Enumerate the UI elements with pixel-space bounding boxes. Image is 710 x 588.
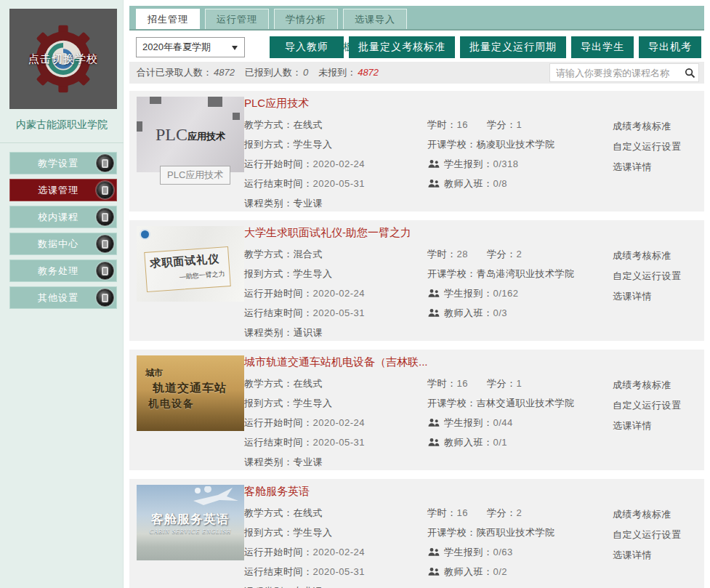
course-thumbnail[interactable]: PLC应用技术: [137, 97, 244, 172]
sidebar-item-label: 选课管理: [38, 184, 78, 197]
sidebar-item-other-settings[interactable]: 其他设置: [9, 286, 117, 309]
menu-button-icon: [96, 181, 114, 199]
search-icon[interactable]: [681, 68, 698, 78]
sidebar-item-teaching-settings[interactable]: 教学设置: [9, 152, 117, 174]
batch-assessment-standard-button[interactable]: 批量定义考核标准: [349, 36, 455, 58]
field-value: 0/2: [493, 566, 508, 577]
menu-button-icon: [96, 289, 114, 307]
course-thumbnail[interactable]: 城市 轨道交通车站 机电设备: [137, 355, 244, 431]
field-label: 报到方式：: [244, 139, 294, 150]
field-value: 陕西职业技术学院: [477, 527, 555, 538]
import-teachers-button[interactable]: 导入教师: [270, 36, 344, 58]
stat-value: 0: [303, 67, 308, 78]
field-label: 教学方式：: [244, 507, 294, 518]
field-label: 学生报到：: [444, 547, 493, 557]
field-value: 0/1: [493, 437, 508, 448]
field-value: 青岛港湾职业技术学院: [477, 268, 575, 279]
export-machine-exam-button[interactable]: 导出机考: [639, 36, 701, 58]
tab-enrollment-management[interactable]: 招生管理: [136, 9, 200, 29]
users-icon: [427, 308, 440, 320]
field-label: 运行开始时间：: [244, 417, 313, 428]
thumb-text: 轨道交通车站: [153, 381, 227, 396]
field-label: 报到方式：: [244, 398, 294, 408]
course-title[interactable]: 客舱服务英语: [244, 485, 310, 499]
field-value: 1: [516, 378, 522, 389]
field-label: 学时：: [427, 119, 457, 130]
custom-run-settings-link[interactable]: 自定义运行设置: [613, 270, 682, 283]
stat-label: 已报到人数：: [245, 67, 302, 78]
menu-button-icon: [96, 208, 114, 226]
field-value: 1: [516, 119, 522, 130]
chevron-down-icon: [232, 46, 238, 53]
custom-run-settings-link[interactable]: 自定义运行设置: [613, 140, 682, 153]
field-value: 混合式: [294, 249, 323, 259]
course-selection-details-link[interactable]: 选课详情: [613, 549, 652, 562]
course-selection-details-link[interactable]: 选课详情: [613, 290, 652, 303]
field-label: 课程类别：: [244, 327, 294, 338]
course-card: 城市 轨道交通车站 机电设备 城市轨道交通车站机电设备（吉林联... 教学方式：…: [129, 350, 704, 470]
course-selection-details-link[interactable]: 选课详情: [613, 419, 652, 432]
field-value: 专业课: [294, 456, 323, 467]
field-label: 教师入班：: [444, 566, 493, 577]
tab-course-import[interactable]: 选课导入: [343, 9, 407, 29]
sidebar: 点击切换学校 内蒙古能源职业学院 教学设置 选课管理 校内课程 数据中心 教务处…: [0, 0, 124, 588]
users-icon: [427, 418, 440, 430]
stats-bar: 合计已录取人数：4872 已报到人数：0 未报到：4872: [129, 62, 704, 84]
school-logo-switcher[interactable]: 点击切换学校: [9, 9, 117, 109]
field-value: 16: [457, 119, 468, 130]
users-icon: [427, 547, 440, 559]
field-value: 16: [457, 378, 468, 389]
grade-assessment-standard-link[interactable]: 成绩考核标准: [613, 120, 671, 133]
field-value: 0/162: [493, 288, 519, 299]
tab-learning-analysis[interactable]: 学情分析: [274, 9, 338, 29]
field-label: 运行结束时间：: [244, 178, 313, 189]
field-label: 学时：: [427, 507, 457, 518]
airplane-graphic: [190, 486, 241, 510]
field-value: 2020-05-31: [313, 307, 366, 318]
field-value: 2020-02-24: [313, 547, 366, 557]
field-label: 学时：: [427, 249, 457, 259]
sidebar-item-course-selection[interactable]: 选课管理: [9, 179, 117, 201]
course-title[interactable]: 城市轨道交通车站机电设备（吉林联...: [244, 355, 428, 369]
field-label: 教学方式：: [244, 378, 294, 389]
field-value: 2020-05-31: [313, 178, 366, 189]
thumb-text: —助您一臂之力: [150, 269, 225, 283]
course-thumbnail[interactable]: 客舱服务英语 CABIN SERVICE ENGLISH: [137, 485, 244, 560]
sidebar-item-data-center[interactable]: 数据中心: [9, 233, 117, 255]
field-value: 0/44: [493, 417, 513, 428]
course-title[interactable]: PLC应用技术: [244, 97, 309, 110]
batch-run-period-button[interactable]: 批量定义运行周期: [460, 36, 566, 58]
sidebar-item-label: 其他设置: [38, 291, 78, 305]
menu-button-icon: [96, 235, 114, 253]
sidebar-item-academic-affairs[interactable]: 教务处理: [9, 259, 117, 282]
field-label: 课程类别：: [244, 456, 294, 467]
thumb-text: CABIN SERVICE ENGLISH: [137, 528, 244, 535]
toolbar-buttons: 导入教师 批量定义考核标准 批量定义运行周期 导出学生 导出机考: [270, 36, 701, 58]
field-label: 开课学校：: [427, 139, 477, 150]
field-value: 2020-05-31: [313, 566, 366, 577]
field-value: 2: [516, 249, 522, 259]
field-label: 运行开始时间：: [244, 547, 313, 557]
export-students-button[interactable]: 导出学生: [571, 36, 634, 58]
sidebar-item-label: 教学设置: [38, 157, 78, 170]
grade-assessment-standard-link[interactable]: 成绩考核标准: [613, 508, 671, 521]
tab-operation-management[interactable]: 运行管理: [205, 9, 269, 29]
course-title[interactable]: 大学生求职面试礼仪-助您一臂之力: [244, 226, 411, 240]
stat-label: 未报到：: [318, 67, 356, 78]
field-value: 0/3: [493, 307, 508, 318]
switch-school-label[interactable]: 点击切换学校: [9, 52, 117, 66]
course-search-input[interactable]: [550, 68, 681, 78]
sidebar-item-campus-courses[interactable]: 校内课程: [9, 206, 117, 228]
field-value: 学生导入: [294, 398, 333, 408]
field-label: 教学方式：: [244, 249, 294, 259]
course-selection-details-link[interactable]: 选课详情: [613, 161, 652, 174]
users-icon: [427, 438, 440, 449]
field-label: 学生报到：: [444, 158, 493, 169]
custom-run-settings-link[interactable]: 自定义运行设置: [613, 528, 682, 541]
course-thumbnail[interactable]: 求职面试礼仪 —助您一臂之力: [137, 226, 244, 302]
course-card: 客舱服务英语 CABIN SERVICE ENGLISH 客舱服务英语 教学方式…: [129, 479, 704, 588]
custom-run-settings-link[interactable]: 自定义运行设置: [613, 399, 682, 412]
grade-assessment-standard-link[interactable]: 成绩考核标准: [613, 379, 671, 392]
semester-select[interactable]: 2020年春夏学期: [136, 37, 245, 57]
grade-assessment-standard-link[interactable]: 成绩考核标准: [613, 249, 671, 262]
